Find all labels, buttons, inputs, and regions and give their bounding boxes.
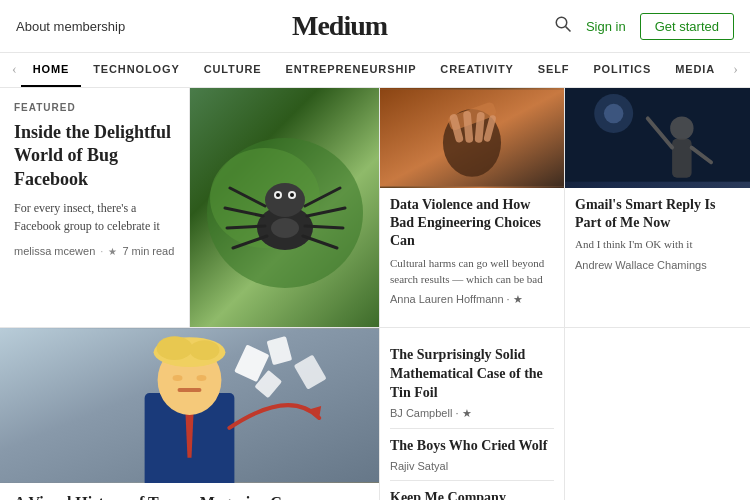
nav-next-arrow[interactable]: › (729, 62, 742, 78)
nav-item-entrepreneurship[interactable]: ENTREPRENEURSHIP (274, 53, 429, 87)
svg-point-39 (157, 336, 193, 360)
tin-foil-author: BJ Campbell (390, 407, 452, 419)
svg-point-9 (290, 193, 294, 197)
svg-rect-43 (178, 388, 202, 392)
nav-item-self[interactable]: SELF (526, 53, 582, 87)
tin-foil-title[interactable]: The Surprisingly Solid Mathematical Case… (390, 346, 554, 403)
featured-article: FEATURED Inside the Delightful World of … (0, 88, 190, 328)
data-violence-article: Data Violence and How Bad Engineering Ch… (380, 88, 565, 328)
spider-image[interactable] (190, 88, 380, 328)
svg-rect-29 (672, 139, 691, 178)
get-started-button[interactable]: Get started (640, 13, 734, 40)
signin-link[interactable]: Sign in (586, 19, 626, 34)
gmail-desc: And I think I'm OK with it (575, 237, 740, 253)
svg-point-5 (265, 183, 305, 217)
featured-article-meta: melissa mcewen · ★ 7 min read (14, 245, 175, 257)
boys-cried-wolf-article: The Boys Who Cried Wolf Rajiv Satyal (390, 429, 554, 481)
svg-point-42 (196, 375, 206, 381)
featured-label: FEATURED (14, 102, 175, 113)
trump-text: A Visual History of Trump Magazine Cover… (0, 483, 379, 500)
featured-article-desc: For every insect, there's a Facebook gro… (14, 199, 175, 235)
keep-company-title[interactable]: Keep Me Company (390, 489, 554, 500)
topbar-actions: Sign in Get started (554, 13, 734, 40)
gmail-meta: Andrew Wallace Chamings (575, 259, 740, 271)
site-logo: Medium (292, 10, 387, 42)
boys-cried-wolf-author: Rajiv Satyal (390, 460, 448, 472)
boys-cried-wolf-title[interactable]: The Boys Who Cried Wolf (390, 437, 554, 456)
meta-separator: · (100, 245, 103, 257)
svg-line-12 (227, 226, 265, 228)
search-icon[interactable] (554, 15, 572, 37)
trump-article: A Visual History of Trump Magazine Cover… (0, 328, 380, 500)
nav-item-culture[interactable]: CULTURE (192, 53, 274, 87)
svg-rect-27 (565, 88, 750, 182)
svg-line-16 (305, 226, 343, 228)
nav-items: HOME TECHNOLOGY CULTURE ENTREPRENEURSHIP… (21, 53, 730, 87)
nav-item-media[interactable]: MEDIA (663, 53, 727, 87)
gmail-title[interactable]: Gmail's Smart Reply Is Part of Me Now (575, 196, 740, 232)
main-content-row2: A Visual History of Trump Magazine Cover… (0, 328, 750, 500)
data-violence-star: · ★ (507, 293, 523, 305)
membership-link[interactable]: About membership (16, 19, 125, 34)
topbar: About membership Medium Sign in Get star… (0, 0, 750, 53)
data-violence-desc: Cultural harms can go well beyond search… (390, 256, 554, 288)
svg-point-41 (173, 375, 183, 381)
tin-foil-star: · ★ (455, 407, 471, 419)
data-violence-title[interactable]: Data Violence and How Bad Engineering Ch… (390, 196, 554, 251)
data-violence-author: Anna Lauren Hoffmann (390, 293, 504, 305)
data-violence-text: Data Violence and How Bad Engineering Ch… (380, 188, 564, 314)
gmail-article: Gmail's Smart Reply Is Part of Me Now An… (565, 88, 750, 328)
gmail-text: Gmail's Smart Reply Is Part of Me Now An… (565, 188, 750, 279)
featured-read-time: 7 min read (122, 245, 174, 257)
data-violence-meta: Anna Lauren Hoffmann · ★ (390, 293, 554, 306)
svg-point-33 (604, 104, 623, 123)
nav-item-politics[interactable]: POLITICS (581, 53, 663, 87)
star-icon: ★ (108, 246, 117, 257)
data-violence-image[interactable] (380, 88, 564, 188)
keep-company-article: Keep Me Company Aurora Shimshak (390, 481, 554, 500)
gmail-image[interactable] (565, 88, 750, 188)
svg-point-18 (271, 218, 299, 238)
trump-image[interactable] (0, 328, 379, 483)
svg-point-28 (670, 116, 693, 139)
svg-point-8 (276, 193, 280, 197)
svg-point-0 (556, 17, 567, 28)
boys-cried-wolf-meta: Rajiv Satyal (390, 460, 554, 472)
nav-item-creativity[interactable]: CREATIVITY (428, 53, 525, 87)
tin-foil-article: The Surprisingly Solid Mathematical Case… (390, 338, 554, 429)
middle-articles: The Surprisingly Solid Mathematical Case… (380, 328, 565, 500)
svg-point-40 (190, 340, 220, 360)
trump-title[interactable]: A Visual History of Trump Magazine Cover… (14, 493, 365, 500)
svg-line-1 (566, 27, 571, 32)
tin-foil-meta: BJ Campbell · ★ (390, 407, 554, 420)
gmail-author: Andrew Wallace Chamings (575, 259, 707, 271)
nav-bar: ‹ HOME TECHNOLOGY CULTURE ENTREPRENEURSH… (0, 53, 750, 88)
nav-item-home[interactable]: HOME (21, 53, 82, 87)
nav-item-technology[interactable]: TECHNOLOGY (81, 53, 191, 87)
featured-author: melissa mcewen (14, 245, 95, 257)
nav-prev-arrow[interactable]: ‹ (8, 62, 21, 78)
main-content-row1: FEATURED Inside the Delightful World of … (0, 88, 750, 328)
featured-article-title[interactable]: Inside the Delightful World of Bug Faceb… (14, 121, 175, 191)
